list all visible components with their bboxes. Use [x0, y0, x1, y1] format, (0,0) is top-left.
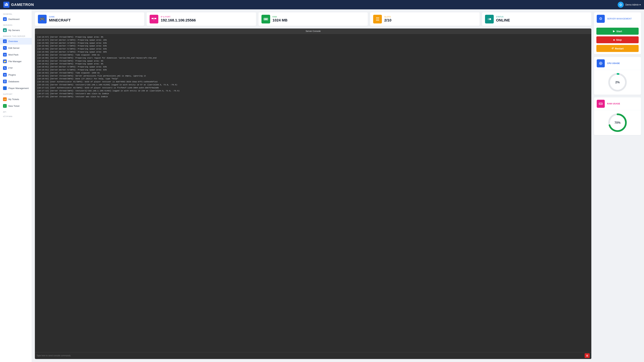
- console-line: [16:16:00] [Server thread/INFO]: Prepari…: [37, 56, 589, 59]
- console-line: [16:16:02] [Server thread/INFO]: Time el…: [37, 71, 589, 74]
- username-label[interactable]: Demo Admin ▾: [626, 3, 641, 6]
- ram-usage-header: RAM USAGE: [594, 97, 641, 110]
- sidebar-item-plugins-label: Plugins: [8, 73, 16, 76]
- game-label: GAME: [49, 16, 71, 18]
- content-main: 🎮 GAME MINECRAFT: [35, 12, 591, 359]
- svg-rect-4: [152, 18, 153, 19]
- ram-usage-body: 70%: [594, 110, 641, 135]
- power-button[interactable]: ⏻: [618, 2, 624, 8]
- console-output: [16:15:57] [Server thread/INFO]: Prepari…: [35, 34, 591, 352]
- sidebar-item-new-ticket[interactable]: + New Ticket: [0, 103, 32, 109]
- restart-icon: ↺: [612, 47, 614, 50]
- console-line: [16:16:02] [Server thread/INFO]: Server …: [37, 74, 589, 77]
- user-menu[interactable]: ⏻ Demo Admin ▾: [618, 2, 641, 8]
- svg-point-14: [600, 63, 601, 64]
- stat-card-status: STATUS ONLINE: [482, 12, 591, 26]
- ram-usage-label: RAM USAGE: [607, 103, 620, 105]
- svg-rect-0: [5, 4, 6, 4]
- cpu-usage-header: CPU USAGE: [594, 57, 641, 70]
- cpu-usage-body: 2%: [594, 70, 641, 95]
- sidebar-item-dashboard-label: Dashboard: [8, 18, 20, 20]
- console-input-row: 🗑: [35, 352, 591, 359]
- new-ticket-icon: +: [3, 104, 7, 108]
- sidebar-item-plugins[interactable]: ⊕ Plugins: [0, 71, 32, 78]
- stop-icon: ■: [613, 38, 615, 41]
- slots-stat-icon: ☰: [373, 15, 382, 23]
- server-management-label: SERVER MANAGEMENT: [607, 17, 632, 20]
- brand: GAMETRON: [3, 2, 34, 8]
- console-line: [16:15:59] [Server-Worker-4/INFO]: Prepa…: [37, 50, 589, 53]
- svg-point-22: [600, 103, 600, 104]
- sidebar-item-mod-pack[interactable]: ⊟ Mod Pack: [0, 51, 32, 58]
- cpu-usage-icon: [597, 59, 605, 67]
- ftp-icon: ⇅: [3, 66, 7, 70]
- ip-stat-icon: [150, 15, 158, 23]
- ram-gauge: 70%: [608, 113, 628, 133]
- ram-label: RAM: [272, 16, 288, 18]
- console-clear-button[interactable]: 🗑: [585, 353, 590, 358]
- ram-gauge-text: 70%: [614, 121, 620, 124]
- sidebar-item-file-manager-label: File Manager: [8, 60, 22, 63]
- stat-card-ram: RAM 1024 MB: [258, 12, 368, 26]
- sidebar-item-overview[interactable]: ⊡ Overview: [0, 38, 32, 44]
- brand-name: GAMETRON: [11, 2, 34, 7]
- stop-button[interactable]: ■ Stop: [596, 36, 639, 43]
- cpu-gauge-text: 2%: [615, 81, 620, 84]
- svg-rect-1: [6, 3, 7, 4]
- mod-pack-icon: ⊟: [3, 53, 7, 56]
- sidebar-item-ftp[interactable]: ⇅ FTP: [0, 65, 32, 71]
- sidebar-item-edit-server[interactable]: ✎ Edit Server: [0, 44, 32, 51]
- status-value: ONLINE: [496, 18, 510, 22]
- sidebar-item-mod-pack-label: Mod Pack: [8, 53, 18, 56]
- console-line: [16:17:12] [Server thread/INFO]: testuse…: [37, 89, 589, 92]
- svg-point-23: [601, 103, 602, 104]
- console-input[interactable]: [36, 355, 583, 357]
- console-line: [16:16:01] [Server thread/INFO]: Prepari…: [37, 59, 589, 62]
- sidebar-item-ftp-label: FTP: [8, 67, 13, 69]
- content-area: 🎮 GAME MINECRAFT: [32, 9, 644, 362]
- console-line: [16:27:13] [Server thread/INFO]: testuse…: [37, 92, 589, 95]
- slots-label: SLOTS: [384, 16, 392, 18]
- stat-card-game: 🎮 GAME MINECRAFT: [35, 12, 144, 26]
- brand-logo-icon: [3, 2, 10, 8]
- restart-button[interactable]: ↺ Restart: [596, 45, 639, 52]
- sidebar-item-databases[interactable]: 🗄 Databases: [0, 78, 32, 85]
- status-stat-icon: [485, 15, 494, 23]
- databases-icon: 🗄: [3, 80, 7, 83]
- sidebar-item-my-servers[interactable]: ▦ My Servers: [0, 27, 32, 33]
- svg-rect-5: [155, 18, 156, 19]
- top-navbar: GAMETRON ⏻ Demo Admin ▾: [0, 0, 644, 9]
- cpu-usage-label: CPU USAGE: [607, 62, 620, 64]
- sidebar: General ⊞ Dashboard Servers ▦ My Servers…: [0, 9, 32, 362]
- sidebar-item-my-tickets-label: My Tickets: [8, 98, 19, 100]
- sidebar-section-manage: Manage This Server: [0, 33, 32, 38]
- main-layout: General ⊞ Dashboard Servers ▦ My Servers…: [0, 9, 644, 362]
- sidebar-item-my-servers-label: My Servers: [8, 29, 20, 31]
- console-line: [16:17:12] [User Authenticator #2/INFO]:…: [37, 86, 589, 89]
- sidebar-item-my-tickets[interactable]: 🎫 My Tickets: [0, 96, 32, 103]
- sidebar-item-databases-label: Databases: [8, 80, 19, 83]
- console-line: [16:16:14] [Server thread/INFO]: testuse…: [37, 83, 589, 86]
- console-line: [16:16:01] [Server-Worker-4/INFO]: Prepa…: [37, 65, 589, 68]
- sidebar-version: v2.9.4-beta: [0, 114, 32, 119]
- sidebar-section-api: API: [0, 109, 32, 114]
- ip-label: IP & PORT: [161, 16, 196, 18]
- cpu-usage-card: CPU USAGE 2%: [594, 57, 641, 95]
- ram-value: 1024 MB: [272, 18, 288, 22]
- start-button[interactable]: ▶ Start: [596, 28, 639, 35]
- player-management-icon: 👤: [3, 86, 7, 90]
- svg-rect-21: [599, 103, 602, 105]
- my-servers-icon: ▦: [3, 28, 7, 32]
- sidebar-item-player-management[interactable]: 👤 Player Management: [0, 85, 32, 91]
- sidebar-item-new-ticket-label: New Ticket: [8, 105, 20, 107]
- svg-point-12: [489, 18, 491, 20]
- sidebar-item-file-manager[interactable]: 📁 File Manager: [0, 58, 32, 65]
- svg-rect-7: [154, 17, 154, 18]
- svg-rect-8: [154, 19, 154, 20]
- console-line: [16:15:58] [Server-Worker-4/INFO]: Prepa…: [37, 41, 589, 44]
- sidebar-item-edit-server-label: Edit Server: [8, 47, 20, 49]
- sidebar-item-dashboard[interactable]: ⊞ Dashboard: [0, 16, 32, 22]
- sidebar-item-overview-label: Overview: [8, 40, 18, 42]
- svg-rect-2: [7, 4, 8, 4]
- status-stat-text: STATUS ONLINE: [496, 16, 510, 22]
